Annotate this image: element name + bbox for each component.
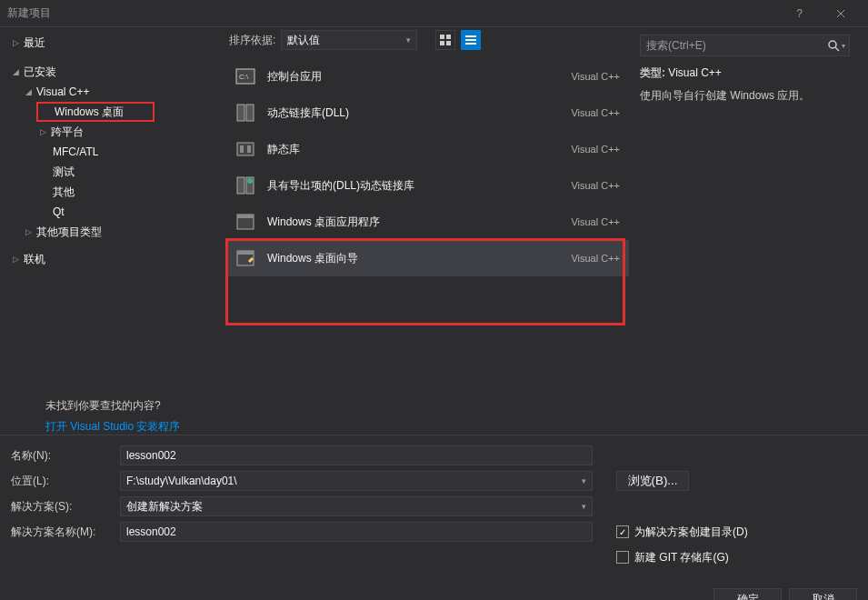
sidebar-item-other[interactable]: 其他 xyxy=(0,182,225,202)
svg-rect-1 xyxy=(446,35,451,39)
search-input[interactable] xyxy=(641,39,823,52)
sidebar-item-installed[interactable]: ◢ 已安装 xyxy=(0,62,225,82)
solution-value: 创建新解决方案 xyxy=(126,499,203,515)
titlebar: 新建项目 ? xyxy=(0,0,868,27)
solution-name-input[interactable] xyxy=(120,522,593,542)
create-git-checkbox[interactable]: 新建 GIT 存储库(G) xyxy=(616,547,729,567)
close-icon xyxy=(836,9,845,18)
sidebar-item-crossplatform[interactable]: ▷ 跨平台 xyxy=(0,122,225,142)
sidebar-item-recent[interactable]: ▷ 最近 xyxy=(0,33,225,53)
chevron-right-icon: ▷ xyxy=(9,38,22,47)
chevron-down-icon: ◢ xyxy=(22,87,35,96)
sidebar-item-other-project-types[interactable]: ▷ 其他项目类型 xyxy=(0,222,225,242)
sidebar-label: Qt xyxy=(51,205,65,218)
search-row: ▾ xyxy=(640,35,850,56)
not-found-text: 未找到你要查找的内容? xyxy=(45,398,225,414)
sort-select[interactable]: 默认值 ▾ xyxy=(281,30,417,50)
create-git-label: 新建 GIT 存储库(G) xyxy=(634,550,729,565)
open-installer-link[interactable]: 打开 Visual Studio 安装程序 xyxy=(45,419,225,435)
dll-export-icon xyxy=(234,175,256,196)
template-lang: Visual C++ xyxy=(571,71,620,82)
template-name: 控制台应用 xyxy=(267,69,571,85)
chevron-down-icon: ◢ xyxy=(9,67,22,76)
svg-rect-20 xyxy=(237,251,254,255)
search-button[interactable]: ▾ xyxy=(823,35,849,55)
template-lang: Visual C++ xyxy=(571,180,620,191)
search-icon xyxy=(827,39,840,52)
sidebar-item-online[interactable]: ▷ 联机 xyxy=(0,249,225,269)
template-list: C:\ 控制台应用 Visual C++ 动态链接库(DLL) Visual C… xyxy=(225,58,629,435)
template-name: Windows 桌面应用程序 xyxy=(267,215,571,230)
template-item-dll[interactable]: 动态链接库(DLL) Visual C++ xyxy=(225,95,629,131)
svg-rect-10 xyxy=(246,105,254,121)
chevron-down-icon: ▾ xyxy=(582,502,586,511)
create-dir-label: 为解决方案创建目录(D) xyxy=(634,525,748,540)
checkbox-icon xyxy=(616,525,629,538)
svg-rect-2 xyxy=(440,41,444,45)
window-icon xyxy=(234,211,256,233)
sidebar-label: MFC/ATL xyxy=(51,145,98,158)
list-icon xyxy=(465,35,476,45)
location-select[interactable]: F:\study\Vulkan\day01\ ▾ xyxy=(120,471,593,491)
sort-label: 排序依据: xyxy=(229,33,275,48)
sidebar-label: 最近 xyxy=(22,35,45,51)
dll-icon xyxy=(234,102,256,124)
template-name: 具有导出项的(DLL)动态链接库 xyxy=(267,178,571,194)
ok-button[interactable]: 确定 xyxy=(713,588,782,600)
chevron-right-icon: ▷ xyxy=(9,255,22,264)
sort-row: 排序依据: 默认值 ▾ xyxy=(225,27,629,53)
solution-label: 解决方案(S): xyxy=(11,499,111,515)
detail-type: 类型: Visual C++ xyxy=(640,65,850,81)
name-label: 名称(N): xyxy=(11,448,111,464)
dialog-buttons: 确定 取消 xyxy=(0,579,868,600)
browse-button[interactable]: 浏览(B)... xyxy=(616,471,689,491)
type-value: Visual C++ xyxy=(668,66,721,79)
svg-text:C:\: C:\ xyxy=(239,73,249,81)
sidebar-label: 联机 xyxy=(22,252,45,267)
location-label: 位置(L): xyxy=(11,474,111,489)
template-item-windows-app[interactable]: Windows 桌面应用程序 Visual C++ xyxy=(225,204,629,240)
sidebar-item-test[interactable]: 测试 xyxy=(0,162,225,182)
svg-point-16 xyxy=(247,178,253,184)
template-item-windows-wizard[interactable]: Windows 桌面向导 Visual C++ xyxy=(225,240,629,276)
template-item-console[interactable]: C:\ 控制台应用 Visual C++ xyxy=(225,58,629,95)
solution-name-label: 解决方案名称(M): xyxy=(11,525,111,540)
grid-icon xyxy=(440,35,451,45)
sidebar-item-qt[interactable]: Qt xyxy=(0,202,225,222)
template-name: Windows 桌面向导 xyxy=(267,251,571,266)
view-grid-button[interactable] xyxy=(435,30,455,50)
template-item-dll-export[interactable]: 具有导出项的(DLL)动态链接库 Visual C++ xyxy=(225,167,629,204)
create-dir-checkbox[interactable]: 为解决方案创建目录(D) xyxy=(616,522,748,542)
svg-rect-13 xyxy=(247,145,251,153)
svg-rect-12 xyxy=(240,145,244,153)
name-input[interactable] xyxy=(120,445,593,465)
sidebar-label: 其他项目类型 xyxy=(35,225,102,240)
chevron-down-icon: ▾ xyxy=(406,35,411,45)
main-area: ▷ 最近 ◢ 已安装 ◢ Visual C++ Windows 桌面 ▷ 跨平台… xyxy=(0,27,868,435)
help-button[interactable]: ? xyxy=(779,0,820,27)
sort-value: 默认值 xyxy=(287,33,320,48)
view-list-button[interactable] xyxy=(461,30,481,50)
chevron-right-icon: ▷ xyxy=(36,127,49,136)
checkbox-icon xyxy=(616,551,629,564)
svg-rect-14 xyxy=(237,177,244,194)
sidebar-label: 已安装 xyxy=(22,65,56,80)
staticlib-icon xyxy=(234,138,256,160)
console-icon: C:\ xyxy=(234,65,256,87)
svg-point-21 xyxy=(829,41,836,48)
cancel-button[interactable]: 取消 xyxy=(789,588,857,600)
sidebar-item-windows-desktop[interactable]: Windows 桌面 xyxy=(36,102,155,122)
template-lang: Visual C++ xyxy=(571,107,620,118)
sidebar-label: 跨平台 xyxy=(49,125,84,140)
type-label: 类型: xyxy=(640,66,665,79)
template-lang: Visual C++ xyxy=(571,253,620,264)
sidebar-item-mfcatl[interactable]: MFC/ATL xyxy=(0,142,225,162)
wizard-icon xyxy=(234,247,256,269)
sidebar-label: 其他 xyxy=(51,185,75,200)
sidebar-item-visualcpp[interactable]: ◢ Visual C++ xyxy=(0,82,225,102)
svg-line-22 xyxy=(835,47,839,51)
template-item-staticlib[interactable]: 静态库 Visual C++ xyxy=(225,131,629,167)
sidebar-label: Visual C++ xyxy=(35,85,89,98)
close-button[interactable] xyxy=(820,0,861,27)
solution-select[interactable]: 创建新解决方案 ▾ xyxy=(120,496,593,516)
